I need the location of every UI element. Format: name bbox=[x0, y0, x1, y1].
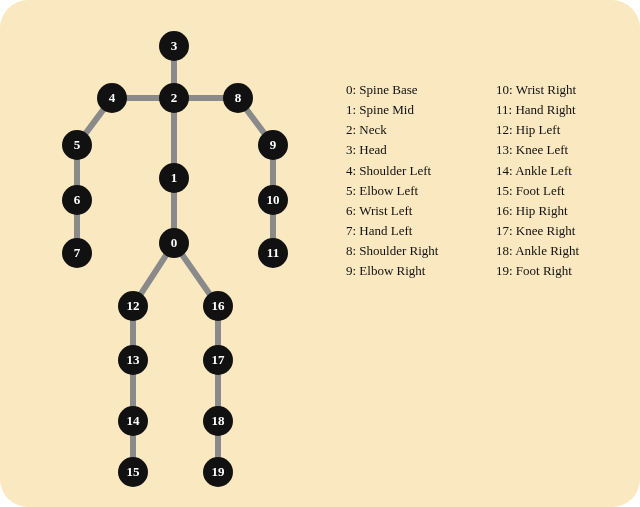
joint-4-shoulder-left: 4 bbox=[97, 83, 127, 113]
joint-7-hand-left: 7 bbox=[62, 238, 92, 268]
skeleton-diagram: 012345678910111213141516171819 0: Spine … bbox=[0, 0, 640, 507]
joint-14-ankle-left: 14 bbox=[118, 406, 148, 436]
legend-entry: 6: Wrist Left bbox=[346, 201, 438, 221]
legend-entry: 8: Shoulder Right bbox=[346, 241, 438, 261]
legend-entry: 2: Neck bbox=[346, 120, 438, 140]
joint-16-hip-right: 16 bbox=[203, 291, 233, 321]
legend-entry: 1: Spine Mid bbox=[346, 100, 438, 120]
legend-entry: 3: Head bbox=[346, 140, 438, 160]
joint-11-hand-right: 11 bbox=[258, 238, 288, 268]
legend-entry: 14: Ankle Left bbox=[496, 161, 579, 181]
legend-entry: 12: Hip Left bbox=[496, 120, 579, 140]
legend-entry: 13: Knee Left bbox=[496, 140, 579, 160]
joint-6-wrist-left: 6 bbox=[62, 185, 92, 215]
legend-entry: 7: Hand Left bbox=[346, 221, 438, 241]
legend-entry: 10: Wrist Right bbox=[496, 80, 579, 100]
legend-entry: 17: Knee Right bbox=[496, 221, 579, 241]
legend-entry: 16: Hip Right bbox=[496, 201, 579, 221]
joint-12-hip-left: 12 bbox=[118, 291, 148, 321]
joint-3-head: 3 bbox=[159, 31, 189, 61]
joint-15-foot-left: 15 bbox=[118, 457, 148, 487]
legend-entry: 9: Elbow Right bbox=[346, 261, 438, 281]
joint-9-elbow-right: 9 bbox=[258, 130, 288, 160]
legend-entry: 4: Shoulder Left bbox=[346, 161, 438, 181]
joint-8-shoulder-right: 8 bbox=[223, 83, 253, 113]
joint-17-knee-right: 17 bbox=[203, 345, 233, 375]
legend-entry: 19: Foot Right bbox=[496, 261, 579, 281]
joint-13-knee-left: 13 bbox=[118, 345, 148, 375]
joint-0-spine-base: 0 bbox=[159, 228, 189, 258]
joint-19-foot-right: 19 bbox=[203, 457, 233, 487]
joint-5-elbow-left: 5 bbox=[62, 130, 92, 160]
legend-entry: 18: Ankle Right bbox=[496, 241, 579, 261]
joint-18-ankle-right: 18 bbox=[203, 406, 233, 436]
legend-entry: 15: Foot Left bbox=[496, 181, 579, 201]
legend-col-2: 10: Wrist Right11: Hand Right12: Hip Lef… bbox=[496, 80, 579, 281]
joint-10-wrist-right: 10 bbox=[258, 185, 288, 215]
legend-col-1: 0: Spine Base1: Spine Mid2: Neck3: Head4… bbox=[346, 80, 438, 281]
joint-2-neck: 2 bbox=[159, 83, 189, 113]
legend-entry: 11: Hand Right bbox=[496, 100, 579, 120]
joint-1-spine-mid: 1 bbox=[159, 163, 189, 193]
legend-entry: 0: Spine Base bbox=[346, 80, 438, 100]
legend-entry: 5: Elbow Left bbox=[346, 181, 438, 201]
